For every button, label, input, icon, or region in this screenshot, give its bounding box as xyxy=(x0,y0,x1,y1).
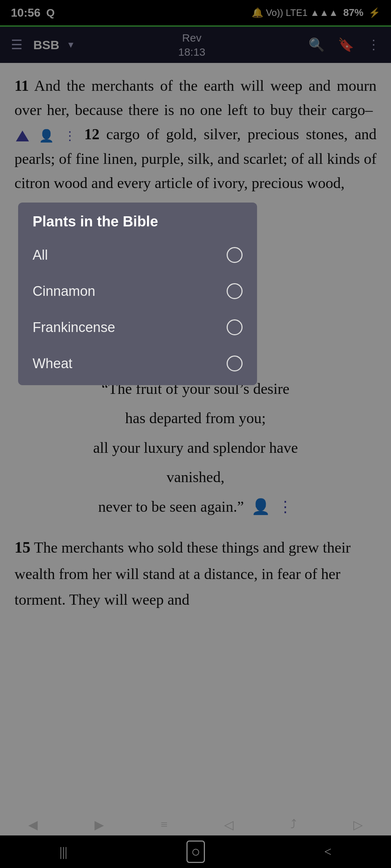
dialog-item-frankincense[interactable]: Frankincense xyxy=(18,309,257,345)
dialog-title: Plants in the Bible xyxy=(18,213,257,237)
dialog-item-all-label: All xyxy=(33,247,48,263)
dialog-item-wheat[interactable]: Wheat xyxy=(18,345,257,382)
overlay-backdrop[interactable] xyxy=(0,0,391,868)
dialog-item-all[interactable]: All xyxy=(18,237,257,273)
dialog-item-frankincense-label: Frankincense xyxy=(33,320,115,335)
dialog-item-wheat-label: Wheat xyxy=(33,356,72,371)
dialog-item-cinnamon[interactable]: Cinnamon xyxy=(18,273,257,309)
radio-all[interactable] xyxy=(227,247,243,263)
radio-cinnamon[interactable] xyxy=(227,283,243,299)
dialog-item-cinnamon-label: Cinnamon xyxy=(33,284,95,299)
radio-frankincense[interactable] xyxy=(227,319,243,335)
radio-wheat[interactable] xyxy=(227,356,243,371)
plants-dialog: Plants in the Bible All Cinnamon Frankin… xyxy=(18,203,257,385)
